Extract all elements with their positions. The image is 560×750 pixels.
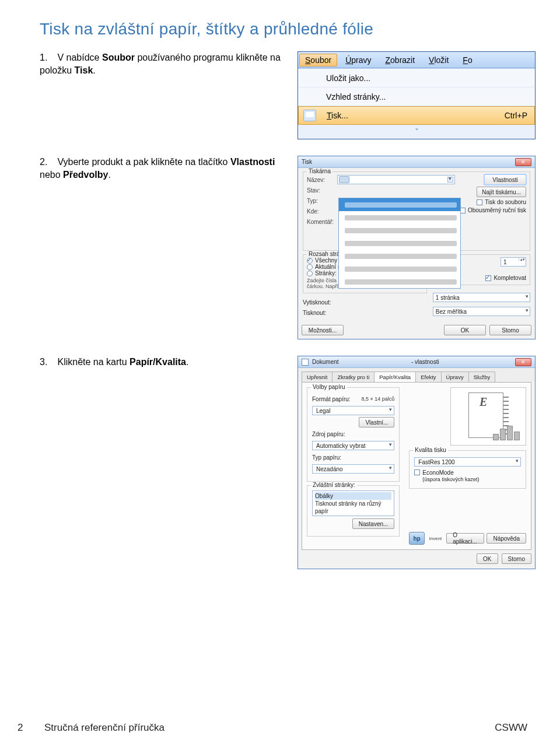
special-pages-list[interactable]: Obálky Tisknout stránky na různý papír <box>312 490 394 516</box>
about-button[interactable]: O aplikaci... <box>446 533 484 544</box>
copies-stepper[interactable]: 1 <box>501 257 526 267</box>
print-quality-dropdown[interactable]: FastRes 1200 <box>414 457 521 467</box>
label-where: Kde: <box>307 208 335 215</box>
group-print-quality: Kvalita tisku <box>413 447 447 453</box>
group-special-pages: Zvláštní stránky: <box>311 482 357 488</box>
chevron-down-icon <box>447 177 453 183</box>
figure-file-menu: Soubor Úpravy Zobrazit Vložit Fo Uložit … <box>298 51 536 139</box>
menuitem-ulozit-jako[interactable]: Uložit jako... <box>298 69 535 87</box>
properties-button[interactable]: Vlastnosti <box>484 174 526 185</box>
label-type: Typ papíru: <box>312 454 341 461</box>
paper-source-dropdown[interactable]: Automaticky vybrat <box>312 441 394 450</box>
list-item[interactable] <box>339 237 460 250</box>
label-printrange: Tisknout: <box>303 310 335 316</box>
figure-properties-dialog: Dokument - vlastnosti ✕ Upřesnit Zkratky… <box>298 356 536 569</box>
tab-upresnit[interactable]: Upřesnit <box>302 372 332 382</box>
menu-zobrazit[interactable]: Zobrazit <box>380 54 421 66</box>
page-footer: 2 Stručná referenční příručka CSWW <box>0 722 560 734</box>
list-item[interactable]: Tisknout stránky na různý papír <box>315 500 391 515</box>
label-type: Typ: <box>307 198 335 204</box>
group-paper-options: Volby papíru <box>311 384 347 390</box>
tab-efekty[interactable]: Efekty <box>415 372 441 382</box>
hp-logo-icon: hp <box>409 532 424 545</box>
page-title: Tisk na zvláštní papír, štítky a průhled… <box>40 20 536 38</box>
close-icon[interactable]: ✕ <box>515 358 531 366</box>
step-body: V nabídce Soubor používaného programu kl… <box>40 52 281 75</box>
tab-zkratky[interactable]: Zkratky pro ti <box>332 372 374 382</box>
cancel-button[interactable]: Storno <box>502 553 531 564</box>
dialog-title-suffix: - vlastnosti <box>411 359 439 365</box>
footer-title: Stručná referenční příručka <box>44 722 495 734</box>
print-to-file-checkbox[interactable]: Tisk do souboru <box>477 199 526 205</box>
step-number: 2. <box>40 157 55 167</box>
menubar: Soubor Úpravy Zobrazit Vložit Fo <box>298 52 535 68</box>
document-icon <box>302 359 309 366</box>
label-format: Formát papíru: <box>312 396 351 402</box>
printer-icon <box>339 176 349 183</box>
shortcut: Ctrl+P <box>505 111 527 120</box>
page-preview <box>450 387 526 446</box>
label-source: Zdroj papíru: <box>312 431 345 437</box>
options-button[interactable]: Možnosti... <box>302 325 344 335</box>
list-item[interactable] <box>339 211 460 224</box>
menuitem-tisk[interactable]: Tisk... Ctrl+P <box>298 106 535 125</box>
step-body: Klikněte na kartu Papír/Kvalita. <box>57 357 188 367</box>
menu-dropdown: Uložit jako... Vzhled stránky... Tisk...… <box>298 68 535 139</box>
expand-chevron-icon[interactable]: ˅ <box>298 125 535 139</box>
menu-format[interactable]: Fo <box>457 54 478 66</box>
menu-upravy[interactable]: Úpravy <box>340 54 377 66</box>
label-printwhat: Vytisknout: <box>303 299 335 306</box>
printer-list[interactable] <box>338 198 461 289</box>
page-number: 2 <box>18 722 44 734</box>
list-item[interactable]: Obálky <box>315 492 391 500</box>
menu-soubor[interactable]: Soubor <box>299 54 337 66</box>
logo-text: invent <box>429 536 442 541</box>
help-button[interactable]: Nápověda <box>487 533 526 544</box>
label-name: Název: <box>307 177 335 183</box>
menuitem-vzhled-stranky[interactable]: Vzhled stránky... <box>298 87 535 106</box>
figure-print-dialog: Tisk ✕ Tiskárna Název: Stav: Typ: Kde: <box>298 156 536 339</box>
tabs: Upřesnit Zkratky pro ti Papír/Kvalita Ef… <box>298 368 535 382</box>
ok-button[interactable]: OK <box>477 553 498 564</box>
group-printer: Tiskárna <box>307 168 332 174</box>
format-hint: 8,5 × 14 palců <box>362 396 395 402</box>
dialog-titlebar: Tisk ✕ <box>298 156 535 168</box>
close-icon[interactable]: ✕ <box>515 158 531 166</box>
zoom-pages-dropdown[interactable]: 1 stránka <box>433 293 530 302</box>
label-comment: Komentář: <box>307 219 335 225</box>
tab-upravy[interactable]: Úpravy <box>441 372 469 382</box>
menu-vlozit[interactable]: Vložit <box>423 54 454 66</box>
list-item[interactable] <box>339 275 460 288</box>
printer-name-dropdown[interactable] <box>337 175 455 184</box>
step-number: 1. <box>40 52 55 63</box>
list-item[interactable] <box>339 250 460 262</box>
cancel-button[interactable]: Storno <box>489 325 531 335</box>
paper-type-dropdown[interactable]: Nezadáno <box>312 464 394 474</box>
step-number: 3. <box>40 357 55 367</box>
find-printer-button[interactable]: Najít tiskárnu... <box>477 187 526 197</box>
tab-sluzby[interactable]: Služby <box>468 372 496 382</box>
paper-format-dropdown[interactable]: Legal <box>312 406 394 415</box>
dialog-title: Tisk <box>302 159 312 165</box>
custom-button[interactable]: Vlastní... <box>359 417 394 427</box>
tab-papir-kvalita[interactable]: Papír/Kvalita <box>374 372 416 382</box>
list-item[interactable] <box>339 262 460 275</box>
dialog-title: Dokument <box>312 359 339 365</box>
manual-duplex-checkbox[interactable]: Obousměrný ruční tisk <box>460 207 526 213</box>
settings-button[interactable]: Nastaven... <box>352 518 395 529</box>
economode-checkbox[interactable]: EconoMode (úspora tiskových kazet) <box>414 469 521 482</box>
ok-button[interactable]: OK <box>444 325 486 335</box>
list-item[interactable] <box>339 224 460 237</box>
dialog-titlebar: Dokument - vlastnosti ✕ <box>298 356 535 368</box>
step-body: Vyberte produkt a pak klikněte na tlačít… <box>40 157 275 180</box>
list-item[interactable] <box>339 198 460 211</box>
zoom-scale-dropdown[interactable]: Bez měřítka <box>433 307 530 316</box>
label-state: Stav: <box>307 187 335 194</box>
footer-right: CSWW <box>495 722 527 734</box>
printer-icon <box>303 110 316 121</box>
